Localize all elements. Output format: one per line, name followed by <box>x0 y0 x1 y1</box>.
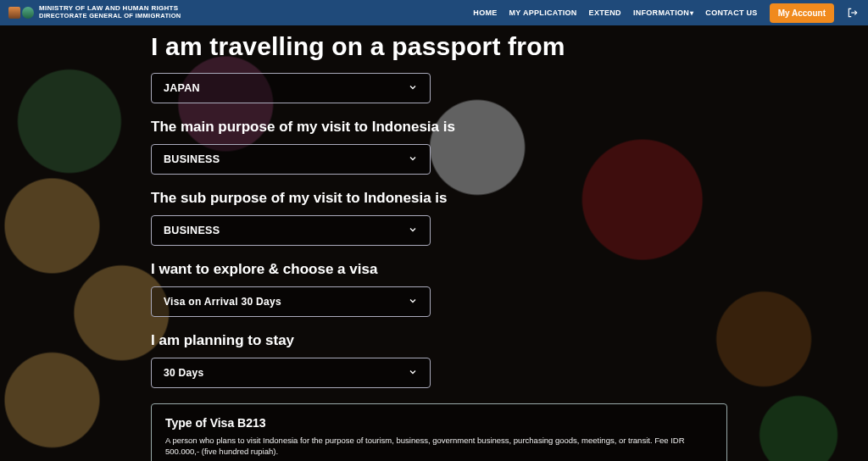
my-account-button[interactable]: My Account <box>770 3 834 23</box>
top-nav-bar: MINISTRY OF LAW AND HUMAN RIGHTS DIRECTO… <box>0 0 868 25</box>
chevron-down-icon: ▾ <box>690 9 693 17</box>
sub-purpose-value: BUSINESS <box>164 225 220 236</box>
nav-my-application[interactable]: MY APPLICATION <box>509 8 577 17</box>
nav-contact-us[interactable]: CONTACT US <box>705 8 757 17</box>
logo-emblem-2 <box>22 7 34 19</box>
sub-purpose-label: The sub purpose of my visit to Indonesia… <box>151 190 868 207</box>
chevron-down-icon <box>408 225 418 237</box>
stay-duration-label: I am planning to stay <box>151 332 868 349</box>
chevron-down-icon <box>408 82 418 95</box>
passport-country-value: JAPAN <box>164 82 200 94</box>
nav-information[interactable]: INFORMATION▾ <box>633 8 693 17</box>
brand-text: MINISTRY OF LAW AND HUMAN RIGHTS DIRECTO… <box>39 5 181 19</box>
explore-visa-value: Visa on Arrival 30 Days <box>164 296 281 308</box>
nav-home[interactable]: HOME <box>473 8 497 17</box>
logo-emblem-1 <box>8 7 20 19</box>
nav-information-label: INFORMATION <box>633 8 689 17</box>
brand-logos <box>8 7 34 19</box>
stay-duration-select[interactable]: 30 Days <box>151 358 431 388</box>
passport-country-select[interactable]: JAPAN <box>151 73 431 103</box>
chevron-down-icon <box>408 367 418 380</box>
nav-extend[interactable]: EXTEND <box>589 8 621 17</box>
stay-duration-value: 30 Days <box>164 367 203 379</box>
main-purpose-label: The main purpose of my visit to Indonesi… <box>151 119 868 136</box>
ministry-line2: DIRECTORATE GENERAL OF IMMIGRATION <box>39 13 181 19</box>
main-content: I am travelling on a passport from JAPAN… <box>0 32 868 461</box>
sub-purpose-select[interactable]: BUSINESS <box>151 215 431 246</box>
chevron-down-icon <box>408 153 418 166</box>
explore-visa-select[interactable]: Visa on Arrival 30 Days <box>151 286 431 317</box>
main-purpose-value: BUSINESS <box>164 153 220 165</box>
main-purpose-select[interactable]: BUSINESS <box>151 144 431 175</box>
visa-info-box: Type of Visa B213 A person who plans to … <box>151 403 727 461</box>
primary-nav: HOME MY APPLICATION EXTEND INFORMATION▾ … <box>473 3 860 23</box>
explore-visa-label: I want to explore & choose a visa <box>151 261 868 278</box>
page-heading: I am travelling on a passport from <box>151 32 868 61</box>
logout-icon[interactable] <box>846 6 860 19</box>
brand: MINISTRY OF LAW AND HUMAN RIGHTS DIRECTO… <box>8 5 181 19</box>
visa-type-description: A person who plans to visit Indonesia fo… <box>165 435 713 458</box>
chevron-down-icon <box>408 296 418 308</box>
visa-type-title: Type of Visa B213 <box>165 416 713 430</box>
